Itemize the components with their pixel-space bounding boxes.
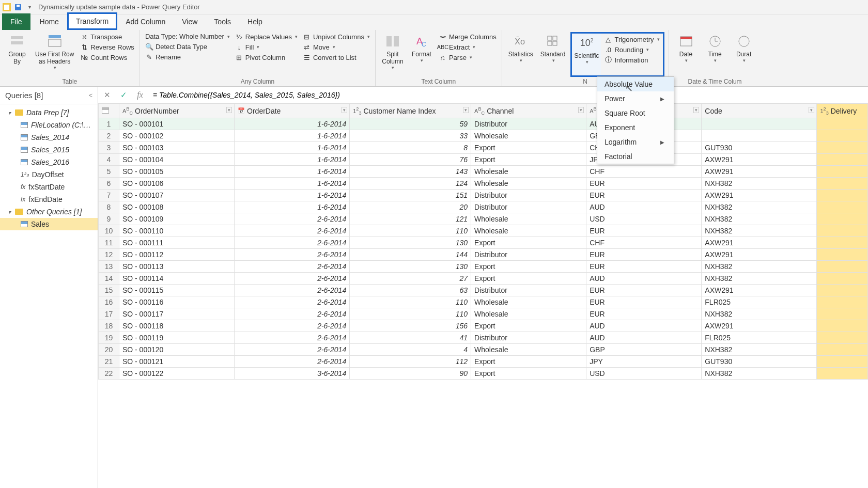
convert-list-button[interactable]: ☰Convert to List: [302, 53, 371, 62]
cell-order[interactable]: SO - 000113: [119, 261, 234, 273]
cell-date[interactable]: 1-6-2014: [235, 190, 350, 201]
time-button[interactable]: Time: [702, 32, 728, 77]
cell-date[interactable]: 1-6-2014: [235, 154, 350, 166]
cell-delivery[interactable]: [817, 332, 868, 344]
cell-order[interactable]: SO - 000117: [119, 308, 234, 320]
cell-customer[interactable]: 112: [350, 356, 471, 368]
cell-customer[interactable]: 63: [350, 285, 471, 296]
cell-code[interactable]: NXH382: [702, 308, 817, 320]
cell-customer[interactable]: 27: [350, 273, 471, 285]
cell-currency[interactable]: EUR: [586, 249, 702, 261]
cell-channel[interactable]: Wholesale: [471, 296, 586, 308]
cell-currency[interactable]: USD: [586, 213, 702, 225]
table-row[interactable]: 2SO - 0001021-6-201433WholesaleGBP: [99, 130, 868, 142]
col-channel[interactable]: ABCChannel▾: [471, 104, 586, 118]
col-code[interactable]: Code▾: [702, 104, 817, 118]
formula-input[interactable]: [151, 89, 865, 101]
cell-delivery[interactable]: [817, 261, 868, 273]
tab-transform[interactable]: Transform: [67, 12, 117, 30]
cell-delivery[interactable]: [817, 320, 868, 332]
cell-delivery[interactable]: [817, 142, 868, 154]
cell-delivery[interactable]: [817, 201, 868, 213]
cell-date[interactable]: 2-6-2014: [235, 249, 350, 261]
cell-code[interactable]: NXH382: [702, 368, 817, 380]
cell-date[interactable]: 1-6-2014: [235, 201, 350, 213]
cell-channel[interactable]: Wholesale: [471, 213, 586, 225]
cell-code[interactable]: NXH382: [702, 178, 817, 190]
use-first-row-button[interactable]: Use First Row as Headers: [33, 32, 76, 77]
cell-channel[interactable]: Export: [471, 261, 586, 273]
cell-date[interactable]: 2-6-2014: [235, 225, 350, 237]
query-sales[interactable]: Sales: [0, 218, 98, 230]
split-column-button[interactable]: Split Column: [380, 32, 406, 77]
cell-currency[interactable]: USD: [586, 368, 702, 380]
fx-icon[interactable]: fx: [134, 90, 146, 100]
cell-order[interactable]: SO - 000114: [119, 273, 234, 285]
data-grid[interactable]: ABCOrderNumber▾ 📅OrderDate▾ 123Customer …: [98, 103, 868, 488]
cell-code[interactable]: GUT930: [702, 356, 817, 368]
tab-tools[interactable]: Tools: [206, 13, 239, 30]
cell-customer[interactable]: 4: [350, 344, 471, 356]
collapse-pane-icon[interactable]: <: [89, 92, 92, 99]
cell-delivery[interactable]: [817, 178, 868, 190]
cell-delivery[interactable]: [817, 213, 868, 225]
cell-customer[interactable]: 144: [350, 249, 471, 261]
col-order-number[interactable]: ABCOrderNumber▾: [119, 104, 234, 118]
cell-delivery[interactable]: [817, 296, 868, 308]
cell-code[interactable]: GUT930: [702, 142, 817, 154]
scientific-button[interactable]: 102 Scientific: [572, 34, 601, 75]
table-row[interactable]: 10SO - 0001102-6-2014110WholesaleEURNXH3…: [99, 225, 868, 237]
menu-factorial[interactable]: Factorial: [597, 149, 674, 164]
cell-date[interactable]: 2-6-2014: [235, 237, 350, 249]
cell-date[interactable]: 1-6-2014: [235, 178, 350, 190]
table-row[interactable]: 8SO - 0001081-6-201420DistributorAUDNXH3…: [99, 201, 868, 213]
tab-home[interactable]: Home: [32, 13, 67, 30]
table-row[interactable]: 15SO - 0001152-6-201463DistributorEURAXW…: [99, 285, 868, 296]
cell-delivery[interactable]: [817, 190, 868, 201]
rounding-button[interactable]: .0Rounding: [603, 45, 660, 54]
query-sales-2015[interactable]: Sales_2015: [0, 144, 98, 156]
query-fx-end-date[interactable]: fxfxEndDate: [0, 193, 98, 206]
format-button[interactable]: AC Format: [409, 32, 435, 77]
formula-commit-icon[interactable]: ✓: [118, 90, 129, 100]
cell-delivery[interactable]: [817, 368, 868, 380]
cell-channel[interactable]: Distributor: [471, 118, 586, 130]
cell-currency[interactable]: CHF: [586, 237, 702, 249]
duration-button[interactable]: Durat: [731, 32, 757, 77]
cell-customer[interactable]: 156: [350, 320, 471, 332]
cell-currency[interactable]: EUR: [586, 178, 702, 190]
cell-delivery[interactable]: [817, 356, 868, 368]
cell-code[interactable]: AXW291: [702, 190, 817, 201]
cell-customer[interactable]: 110: [350, 308, 471, 320]
cell-currency[interactable]: AUD: [586, 201, 702, 213]
table-row[interactable]: 9SO - 0001092-6-2014121WholesaleUSDNXH38…: [99, 213, 868, 225]
table-row[interactable]: 22SO - 0001223-6-201490ExportUSDNXH382: [99, 368, 868, 380]
cell-date[interactable]: 2-6-2014: [235, 308, 350, 320]
menu-absolute-value[interactable]: Absolute Value: [597, 77, 674, 91]
table-corner[interactable]: [99, 104, 119, 118]
cell-delivery[interactable]: [817, 249, 868, 261]
fill-button[interactable]: ↓Fill: [234, 42, 299, 52]
cell-delivery[interactable]: [817, 237, 868, 249]
cell-order[interactable]: SO - 000106: [119, 178, 234, 190]
cell-delivery[interactable]: [817, 154, 868, 166]
cell-delivery[interactable]: [817, 166, 868, 178]
cell-order[interactable]: SO - 000115: [119, 285, 234, 296]
cell-order[interactable]: SO - 000103: [119, 142, 234, 154]
cell-currency[interactable]: AUD: [586, 320, 702, 332]
cell-channel[interactable]: Wholesale: [471, 225, 586, 237]
tab-view[interactable]: View: [174, 13, 206, 30]
filter-icon[interactable]: ▾: [693, 107, 699, 113]
cell-code[interactable]: [702, 130, 817, 142]
cell-delivery[interactable]: [817, 344, 868, 356]
cell-date[interactable]: 3-6-2014: [235, 368, 350, 380]
cell-customer[interactable]: 130: [350, 237, 471, 249]
cell-order[interactable]: SO - 000109: [119, 213, 234, 225]
replace-values-button[interactable]: ¹⁄₂Replace Values: [234, 32, 299, 41]
table-row[interactable]: 6SO - 0001061-6-2014124WholesaleEURNXH38…: [99, 178, 868, 190]
cell-date[interactable]: 1-6-2014: [235, 166, 350, 178]
merge-columns-button[interactable]: ⫘Merge Columns: [438, 32, 498, 41]
cell-customer[interactable]: 90: [350, 368, 471, 380]
cell-channel[interactable]: Wholesale: [471, 166, 586, 178]
cell-order[interactable]: SO - 000116: [119, 296, 234, 308]
